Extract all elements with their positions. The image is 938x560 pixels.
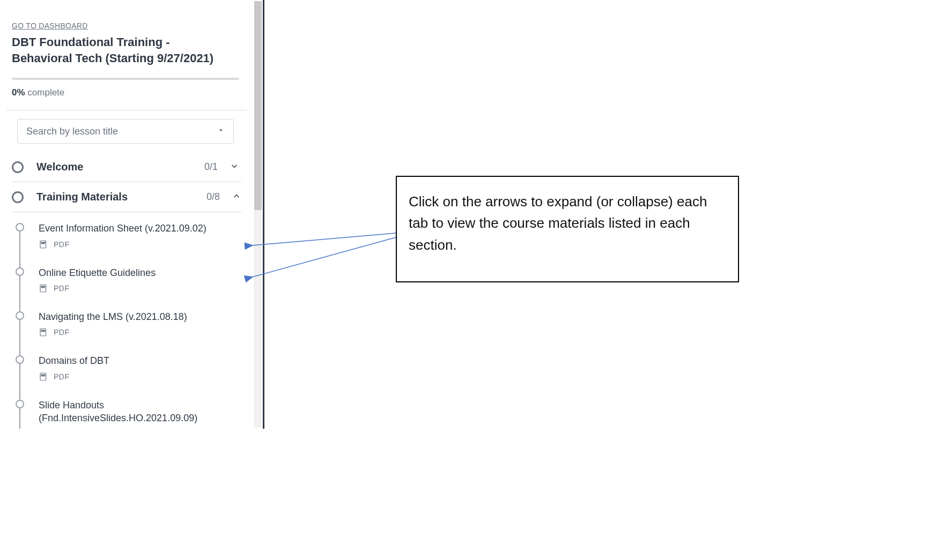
section-count: 0/1	[204, 161, 218, 173]
lesson-status-circle-icon	[16, 267, 24, 276]
section-count: 0/8	[206, 191, 220, 203]
viewport: GO TO DASHBOARD DBT Foundational Trainin…	[0, 0, 938, 560]
callout-text: Click on the arrows to expand (or collap…	[409, 191, 726, 256]
connector-line	[19, 276, 20, 311]
svg-text:PDF: PDF	[41, 286, 46, 288]
section-row-welcome[interactable]: Welcome 0/1	[12, 152, 239, 182]
lesson-title: Navigating the LMS (v.2021.08.18)	[39, 310, 239, 323]
lesson-meta: PDF PDF	[39, 327, 239, 337]
search-placeholder: Search by lesson title	[26, 126, 118, 137]
lesson-title: Slide Handouts (Fnd.IntensiveSlides.HO.2…	[39, 399, 239, 425]
lesson-meta: PDF PDF	[39, 240, 239, 249]
svg-text:PDF: PDF	[41, 242, 46, 244]
connector-line	[19, 364, 20, 399]
chevron-up-icon[interactable]	[232, 191, 241, 203]
search-lesson-dropdown[interactable]: Search by lesson title	[17, 119, 234, 144]
pdf-icon: PDF	[39, 283, 48, 293]
lesson-title: Domains of DBT	[39, 354, 239, 367]
lesson-type: PDF	[54, 284, 70, 293]
lesson-title: Event Information Sheet (v.2021.09.02)	[39, 222, 239, 235]
course-sidebar: GO TO DASHBOARD DBT Foundational Trainin…	[0, 0, 251, 429]
lesson-status-circle-icon	[16, 223, 24, 232]
course-sidebar-container: GO TO DASHBOARD DBT Foundational Trainin…	[0, 0, 263, 429]
lesson-type: PDF	[54, 328, 70, 337]
section-title: Training Materials	[36, 191, 206, 203]
pdf-icon: PDF	[39, 327, 48, 337]
progress-complete-label: complete	[27, 87, 64, 98]
pdf-icon: PDF	[39, 240, 48, 249]
pdf-icon: PDF	[39, 372, 48, 382]
section-row-training-materials[interactable]: Training Materials 0/8	[12, 182, 241, 212]
chevron-down-icon[interactable]	[230, 161, 239, 173]
progress-text: 0% complete	[12, 87, 239, 98]
dashboard-link[interactable]: GO TO DASHBOARD	[12, 0, 239, 34]
progress-percent: 0%	[12, 87, 25, 98]
lesson-meta: PDF PDF	[39, 283, 239, 293]
lesson-item[interactable]: Online Etiquette Guidelines PDF PDF	[12, 266, 239, 310]
instruction-callout: Click on the arrows to expand (or collap…	[396, 176, 739, 282]
lesson-list: Event Information Sheet (v.2021.09.02) P…	[12, 212, 239, 429]
section-status-circle-icon	[12, 161, 24, 173]
svg-text:PDF: PDF	[41, 375, 46, 377]
lesson-title: Online Etiquette Guidelines	[39, 266, 239, 279]
connector-line	[19, 408, 20, 429]
lesson-meta: PDF PDF	[39, 372, 239, 382]
lesson-type: PDF	[54, 240, 70, 249]
section-status-circle-icon	[12, 191, 24, 203]
lesson-item[interactable]: Domains of DBT PDF PDF	[12, 354, 239, 398]
connector-line	[19, 232, 20, 267]
lesson-status-circle-icon	[16, 355, 24, 364]
scrollbar-thumb[interactable]	[254, 1, 262, 210]
scrollbar-track[interactable]	[254, 1, 262, 428]
lesson-type: PDF	[54, 372, 70, 381]
svg-line-12	[252, 237, 396, 277]
panel-right-border	[263, 0, 264, 429]
course-title: DBT Foundational Training - Behavioral T…	[12, 34, 239, 66]
svg-text:PDF: PDF	[41, 331, 46, 333]
lesson-status-circle-icon	[16, 311, 24, 320]
lesson-item[interactable]: Navigating the LMS (v.2021.08.18) PDF PD…	[12, 310, 239, 354]
lesson-item[interactable]: Event Information Sheet (v.2021.09.02) P…	[12, 222, 239, 266]
section-title: Welcome	[36, 161, 204, 173]
lesson-status-circle-icon	[16, 400, 24, 408]
connector-line	[19, 320, 20, 355]
lesson-item[interactable]: Slide Handouts (Fnd.IntensiveSlides.HO.2…	[12, 399, 239, 429]
caret-down-icon	[217, 126, 225, 136]
divider	[6, 110, 247, 110]
svg-line-11	[252, 233, 396, 245]
progress-bar	[12, 78, 239, 80]
